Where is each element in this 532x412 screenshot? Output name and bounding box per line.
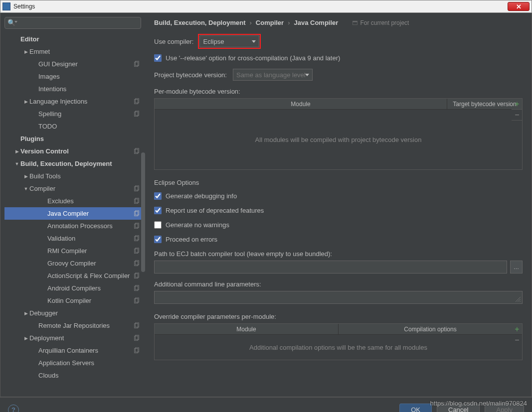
project-bytecode-dropdown[interactable]: Same as language level: [233, 69, 313, 81]
sidebar-item-todo[interactable]: TODO: [4, 120, 145, 133]
window-title: Settings: [13, 3, 508, 10]
th-module: Module: [155, 99, 447, 109]
search-field-wrapper: 🔍: [4, 17, 141, 29]
svg-rect-35: [353, 21, 357, 22]
chk-deprecated[interactable]: Report use of deprecated features: [154, 207, 264, 214]
help-button[interactable]: ?: [8, 405, 19, 412]
copy-icon: [133, 322, 140, 329]
project-bytecode-label: Project bytecode version:: [154, 71, 227, 79]
breadcrumb-hint: For current project: [352, 19, 409, 26]
use-compiler-label: Use compiler:: [154, 38, 193, 45]
use-compiler-dropdown[interactable]: Eclipse: [199, 35, 259, 47]
copy-icon: [133, 248, 140, 255]
tree-scrollbar[interactable]: [141, 152, 145, 272]
copy-icon: [133, 185, 140, 192]
project-icon: [352, 20, 358, 26]
ok-button[interactable]: OK: [399, 404, 432, 412]
per-module-label: Per-module bytecode version:: [154, 88, 523, 95]
close-button[interactable]: ✕: [508, 2, 530, 11]
chk-nowarn-box[interactable]: [154, 221, 162, 229]
copy-icon: [133, 285, 140, 292]
settings-content: Build, Execution, Deployment › Compiler …: [145, 13, 532, 397]
sidebar-item-kotlin-compiler[interactable]: Kotlin Compiler: [4, 294, 145, 307]
chk-nowarn[interactable]: Generate no warnings: [154, 221, 229, 229]
add-module-button[interactable]: +: [512, 99, 523, 110]
table2-empty: Additional compilation options will be t…: [249, 344, 427, 351]
release-option-checkbox[interactable]: [154, 54, 162, 62]
sidebar-item-gui-designer[interactable]: GUI Designer: [4, 58, 145, 70]
chevron-down-icon: [305, 74, 309, 76]
chk-proceed[interactable]: Proceed on errors: [154, 236, 217, 243]
copy-icon: [133, 61, 140, 68]
sidebar-item-android-compilers[interactable]: Android Compilers: [4, 282, 145, 294]
sidebar-header-plugins[interactable]: Plugins: [4, 133, 145, 145]
sidebar-item-annotation-processors[interactable]: Annotation Processors: [4, 220, 145, 232]
app-icon: [2, 2, 10, 10]
breadcrumb-java-compiler: Java Compiler: [294, 19, 339, 26]
copy-icon: [133, 223, 140, 230]
sidebar-item-clouds[interactable]: Clouds: [4, 369, 145, 382]
sidebar-header-bed[interactable]: ▼Build, Execution, Deployment: [4, 157, 145, 170]
copy-icon: [133, 235, 140, 242]
add-override-button[interactable]: +: [512, 324, 523, 335]
search-icon: 🔍: [7, 19, 14, 26]
release-option-check[interactable]: Use '--release' option for cross-compila…: [154, 54, 340, 62]
breadcrumb: Build, Execution, Deployment › Compiler …: [154, 19, 523, 26]
ecj-path-input[interactable]: [154, 261, 507, 274]
chk-deprecated-box[interactable]: [154, 207, 162, 214]
sidebar-item-rmi-compiler[interactable]: RMI Compiler: [4, 245, 145, 257]
th2-opts: Compilation options: [339, 324, 522, 334]
copy-icon: [133, 260, 140, 267]
release-option-label: Use '--release' option for cross-compila…: [166, 54, 340, 62]
sidebar-item-compiler[interactable]: ▼Compiler: [4, 182, 145, 195]
copy-icon: [133, 273, 140, 279]
sidebar-item-deployment[interactable]: ▶Deployment: [4, 332, 145, 344]
sidebar-item-build-tools[interactable]: ▶Build Tools: [4, 170, 145, 182]
sidebar-header-editor[interactable]: Editor: [4, 33, 145, 45]
remove-override-button[interactable]: −: [512, 335, 523, 346]
sidebar-item-groovy-compiler[interactable]: Groovy Compiler: [4, 257, 145, 270]
breadcrumb-compiler[interactable]: Compiler: [256, 19, 284, 26]
chk-proceed-box[interactable]: [154, 236, 162, 243]
copy-icon: [133, 198, 140, 205]
override-label: Override compiler parameters per-module:: [154, 313, 523, 320]
browse-button[interactable]: …: [510, 261, 523, 274]
chk-debug-box[interactable]: [154, 192, 162, 200]
expand-icon[interactable]: [516, 297, 521, 302]
sidebar-item-arquillian[interactable]: Arquillian Containers: [4, 344, 145, 357]
chk-debug[interactable]: Generate debugging info: [154, 192, 237, 200]
sidebar-item-validation[interactable]: Validation: [4, 232, 145, 245]
settings-sidebar: 🔍 Editor ▶Emmet GUI Designer Images Inte…: [0, 13, 145, 397]
remove-module-button[interactable]: −: [512, 110, 523, 121]
sidebar-item-debugger[interactable]: ▶Debugger: [4, 307, 145, 319]
addl-params-input[interactable]: [154, 291, 523, 304]
sidebar-item-remote-jar[interactable]: Remote Jar Repositories: [4, 319, 145, 332]
sidebar-item-java-compiler[interactable]: Java Compiler: [4, 207, 145, 220]
sidebar-item-excludes[interactable]: Excludes: [4, 195, 145, 207]
breadcrumb-sep: ›: [249, 19, 251, 26]
sidebar-item-actionscript-flex[interactable]: ActionScript & Flex Compiler: [4, 270, 145, 282]
sidebar-item-intentions[interactable]: Intentions: [4, 83, 145, 95]
use-compiler-value: Eclipse: [203, 38, 224, 45]
chevron-down-icon: [252, 40, 256, 43]
th-target: Target bytecode version: [447, 99, 522, 109]
copy-icon: [133, 210, 140, 217]
table1-empty: All modules will be compiled with projec…: [255, 136, 422, 143]
sidebar-item-lang-injections[interactable]: ▶Language Injections: [4, 95, 145, 108]
watermark: https://blog.csdn.net/malin970824: [430, 400, 527, 407]
sidebar-item-images[interactable]: Images: [4, 70, 145, 83]
search-input[interactable]: [4, 17, 141, 29]
breadcrumb-bed[interactable]: Build, Execution, Deployment: [154, 19, 245, 26]
sidebar-header-vcs[interactable]: ▶Version Control: [4, 145, 145, 157]
sidebar-item-emmet[interactable]: ▶Emmet: [4, 45, 145, 58]
override-table: Module Compilation options Additional co…: [154, 323, 523, 360]
sidebar-item-spelling[interactable]: Spelling: [4, 108, 145, 120]
settings-tree[interactable]: Editor ▶Emmet GUI Designer Images Intent…: [4, 33, 145, 397]
search-dropdown-icon[interactable]: [14, 21, 17, 23]
per-module-table: Module Target bytecode version All modul…: [154, 98, 523, 170]
copy-icon: [133, 297, 140, 304]
sidebar-item-app-servers[interactable]: Application Servers: [4, 357, 145, 369]
eclipse-options-title: Eclipse Options: [154, 179, 523, 186]
copy-icon: [133, 347, 140, 354]
project-bytecode-value: Same as language level: [236, 71, 306, 79]
